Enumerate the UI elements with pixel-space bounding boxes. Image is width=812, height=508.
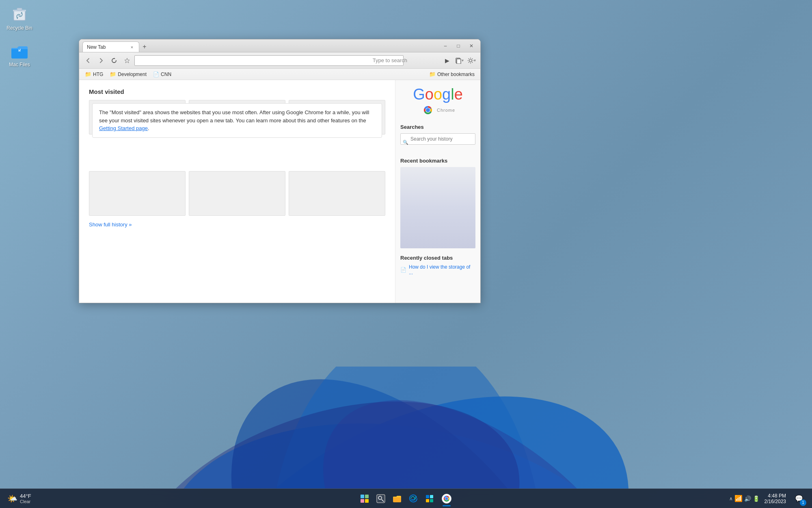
wallpaper-flower (0, 367, 812, 488)
browser-window: New Tab × + – □ ✕ (79, 39, 481, 303)
page-action-button[interactable]: ▶ (441, 55, 453, 66)
clock-time: 4:48 PM (764, 493, 786, 499)
info-tooltip-container: The "Most visited" area shows the websit… (89, 100, 385, 135)
bookmark-development[interactable]: 📁 Development (107, 70, 149, 78)
g-letter-green: l (451, 86, 454, 103)
maximize-button[interactable]: □ (453, 41, 464, 50)
getting-started-link[interactable]: Getting Started page (99, 125, 148, 131)
svg-rect-26 (393, 497, 401, 502)
taskbar: 🌤️ 44°F Clear (0, 488, 812, 508)
time-widget[interactable]: 4:48 PM 2/16/2023 (762, 493, 788, 504)
browser-content: Most visited The "Most visi (79, 80, 480, 303)
bookmarks-bar: 📁 HTG 📁 Development 📄 CNN 📁 Other bookma… (79, 69, 480, 80)
bookmark-star-button[interactable] (121, 55, 133, 66)
g-letter-red2: e (454, 86, 463, 103)
chrome-taskbar-icon[interactable] (438, 491, 455, 507)
closed-tab-item[interactable]: 📄 How do I view the storage of ... (400, 264, 475, 276)
folder-icon: 📁 (85, 71, 91, 77)
recycle-bin-icon[interactable]: Recycle Bin (3, 4, 36, 31)
start-button[interactable] (357, 491, 372, 506)
taskbar-center (357, 491, 455, 507)
refresh-button[interactable] (108, 55, 120, 66)
new-tab-button[interactable]: + (139, 41, 150, 52)
svg-rect-8 (17, 8, 22, 10)
bookmark-cnn[interactable]: 📄 CNN (151, 71, 174, 78)
store-button[interactable] (422, 491, 437, 506)
show-history-link[interactable]: Show full history » (89, 221, 132, 228)
settings-button[interactable]: ▾ (466, 55, 477, 66)
svg-rect-6 (14, 11, 25, 20)
search-history-input[interactable] (400, 133, 475, 145)
file-manager-button[interactable] (390, 491, 404, 506)
mac-files-icon[interactable]: Mac Files (3, 41, 36, 67)
system-tray: ∧ 📶 🔊 🔋 (729, 495, 760, 502)
weather-condition: Clear (20, 499, 31, 504)
svg-rect-30 (426, 499, 429, 502)
info-text-end: . (148, 125, 149, 131)
thumbnail-bottom-row (89, 171, 385, 216)
window-controls: – □ ✕ (440, 41, 477, 50)
svg-rect-19 (361, 495, 364, 498)
chrome-logo-svg (421, 103, 435, 117)
network-icon[interactable]: 📶 (734, 495, 743, 502)
edge-browser-button[interactable] (406, 491, 421, 506)
nav-actions: ▶ ▾ ▾ (441, 55, 477, 66)
active-tab[interactable]: New Tab × (82, 41, 139, 52)
thumbnail-cell-6 (289, 171, 385, 216)
taskbar-search-button[interactable] (374, 491, 388, 506)
taskbar-right: ∧ 📶 🔊 🔋 4:48 PM 2/16/2023 💬 1 (729, 491, 812, 507)
tab-strip: New Tab × + (82, 39, 440, 52)
recently-closed-title: Recently closed tabs (400, 255, 475, 261)
tab-label: New Tab (87, 44, 106, 50)
clock-date: 2/16/2023 (764, 499, 786, 504)
page-icon: 📄 (400, 267, 406, 273)
thumbnail-cell-4 (89, 171, 186, 216)
search-box-wrapper: 🔍 (400, 133, 475, 151)
search-icon: 🔍 (403, 140, 408, 145)
main-content-area: Most visited The "Most visi (79, 80, 395, 303)
thumbnail-cell-5 (189, 171, 285, 216)
tab-close-button[interactable]: × (129, 44, 135, 50)
searches-section-title: Searches (400, 124, 475, 130)
folder-icon-other: 📁 (429, 71, 436, 77)
battery-icon[interactable]: 🔋 (753, 495, 760, 502)
address-bar[interactable] (134, 55, 404, 66)
svg-rect-11 (11, 48, 28, 59)
navigation-bar: Type to search ▶ ▾ ▾ (79, 52, 480, 69)
google-name: Google (413, 87, 463, 102)
chevron-up-icon[interactable]: ∧ (729, 496, 733, 501)
other-bookmarks[interactable]: 📁 Other bookmarks (427, 70, 477, 78)
mac-files-label: Mac Files (9, 62, 30, 67)
svg-rect-29 (430, 495, 433, 498)
recycle-bin-label: Recycle Bin (6, 25, 32, 31)
svg-rect-20 (365, 495, 369, 498)
bookmark-development-label: Development (118, 72, 147, 77)
bookmark-htg[interactable]: 📁 HTG (82, 70, 106, 78)
svg-point-35 (445, 497, 448, 500)
chrome-text: Chrome (437, 108, 455, 113)
google-chrome-logo: Google (400, 87, 475, 117)
weather-info: 44°F Clear (20, 493, 31, 504)
closed-tab-label: How do I view the storage of ... (409, 264, 475, 276)
recent-bookmarks-area (400, 167, 475, 248)
g-letter-red: o (425, 86, 434, 103)
weather-widget[interactable]: 🌤️ 44°F Clear (4, 493, 35, 504)
mac-files-image (10, 41, 29, 60)
new-page-button[interactable]: ▾ (454, 55, 465, 66)
chrome-label-row: Chrome (421, 103, 455, 117)
minimize-button[interactable]: – (440, 41, 451, 50)
info-text: The "Most visited" area shows the websit… (99, 109, 369, 124)
forward-button[interactable] (95, 55, 107, 66)
thumbnail-top-row: The "Most visited" area shows the websit… (89, 100, 385, 135)
notification-center[interactable]: 💬 1 (791, 491, 807, 507)
svg-rect-28 (426, 495, 429, 498)
recycle-bin-image (10, 4, 29, 24)
svg-point-12 (20, 49, 21, 50)
volume-icon[interactable]: 🔊 (744, 495, 751, 502)
g-letter-yellow: o (434, 86, 442, 103)
svg-point-18 (426, 108, 430, 112)
desktop: Recycle Bin Mac Files New Tab × + (0, 0, 812, 508)
close-button[interactable]: ✕ (466, 41, 477, 50)
back-button[interactable] (82, 55, 94, 66)
svg-rect-31 (430, 499, 433, 502)
